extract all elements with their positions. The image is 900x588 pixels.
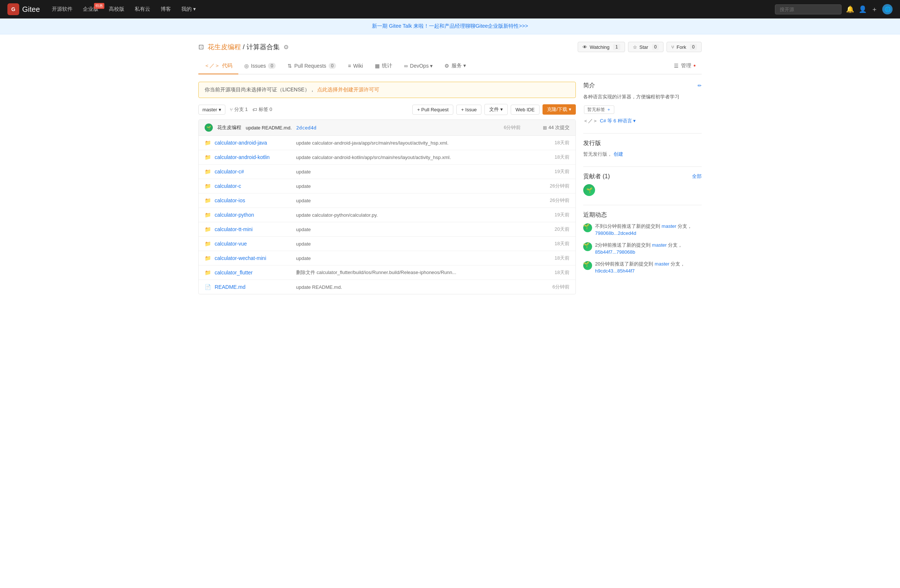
nav-links: 开源软件 企业版 特惠 高校版 私有云 博客 我的 ▾ xyxy=(47,4,775,15)
lang-link[interactable]: C# 等 6 种语言 ▾ xyxy=(600,118,636,124)
repo-header: ⊡ 花生皮编程 / 计算器合集 ⚙ 👁 Watching 1 ☆ Star 0 … xyxy=(199,42,701,52)
contributor-title: 贡献者 (1) xyxy=(583,173,610,181)
tab-code[interactable]: ＜／＞ 代码 xyxy=(199,58,238,74)
file-name-link[interactable]: calculator-tt-mini xyxy=(215,226,289,232)
search-input[interactable] xyxy=(775,5,841,14)
tab-service[interactable]: ⚙ 服务 ▾ xyxy=(439,58,472,74)
file-time: 19天前 xyxy=(540,168,569,175)
commit-hash[interactable]: 2dced4d xyxy=(296,125,317,130)
contributor-all-link[interactable]: 全部 xyxy=(692,173,701,180)
intro-header: 简介 ✏ xyxy=(583,82,701,90)
repo-toolbar: master ▾ ⑂ 分支 1 🏷 标签 0 xyxy=(199,104,576,115)
toolbar-right: + Pull Request + Issue 文件 ▾ Web IDE 克隆/下… xyxy=(412,104,576,115)
web-ide-button[interactable]: Web IDE xyxy=(511,105,540,115)
folder-icon: 📁 xyxy=(205,212,211,218)
divider-3 xyxy=(583,205,701,205)
file-name-link[interactable]: calculator-c# xyxy=(215,169,289,175)
star-button[interactable]: ☆ Star 0 xyxy=(628,42,664,52)
file-name-link[interactable]: calculator_flutter xyxy=(215,269,289,275)
file-commit-message: update xyxy=(289,227,540,232)
nav-link-enterprise[interactable]: 企业版 特惠 xyxy=(78,4,103,15)
file-commit-message: update calculator-android-kotlin/app/src… xyxy=(289,155,540,160)
nav-link-opensource[interactable]: 开源软件 xyxy=(47,4,77,15)
file-commit-message: update README.md. xyxy=(289,285,540,290)
commit-message: update README.md. xyxy=(246,125,292,130)
commit-count-icon: ⊞ xyxy=(543,125,547,130)
folder-icon: 📁 xyxy=(205,169,211,175)
nav-link-university[interactable]: 高校版 xyxy=(104,4,129,15)
divider-2 xyxy=(583,166,701,167)
file-rows: 📁calculator-android-javaupdate calculato… xyxy=(199,136,576,294)
license-link[interactable]: 点此选择并创建开源许可可 xyxy=(317,87,379,93)
repo-name: 计算器合集 xyxy=(247,43,280,51)
tab-wiki[interactable]: ≡ Wiki xyxy=(342,59,369,74)
file-name-link[interactable]: calculator-ios xyxy=(215,198,289,203)
activity-commit-link[interactable]: 798068b...2dced4d xyxy=(595,231,636,236)
tab-issues[interactable]: ◎ Issues 0 xyxy=(238,59,282,74)
clone-button[interactable]: 克隆/下载 ▾ xyxy=(543,104,576,115)
globe-icon[interactable]: 🌐 xyxy=(882,4,892,14)
nav-link-blog[interactable]: 博客 xyxy=(156,4,175,15)
toolbar-left: master ▾ ⑂ 分支 1 🏷 标签 0 xyxy=(199,105,272,115)
devops-tab-icon: ∞ xyxy=(404,63,408,69)
tab-stats[interactable]: ▦ 统计 xyxy=(369,58,398,74)
table-row: 📁calculator_flutter删除文件 calculator_flutt… xyxy=(199,266,576,280)
table-row: 📁calculator-android-kotlinupdate calcula… xyxy=(199,150,576,164)
bell-icon[interactable]: 🔔 xyxy=(846,5,854,13)
file-name-link[interactable]: calculator-wechat-mini xyxy=(215,255,289,261)
list-item: 🌱不到1分钟前推送了新的提交到 master 分支，798068b...2dce… xyxy=(583,223,701,237)
table-row: 📁calculator-android-javaupdate calculato… xyxy=(199,136,576,150)
file-table: 🌱 花生皮编程 update README.md. 2dced4d 6分钟前 ⊞… xyxy=(199,119,576,294)
issue-button[interactable]: + Issue xyxy=(456,105,481,115)
enterprise-badge: 特惠 xyxy=(94,3,104,9)
commit-author-name: 花生皮编程 xyxy=(217,124,241,131)
sidebar-releases: 发行版 暂无发行版， 创建 xyxy=(583,139,701,158)
file-time: 18天前 xyxy=(540,154,569,161)
add-tag-icon[interactable]: ＋ xyxy=(607,107,611,113)
pull-request-button[interactable]: + Pull Request xyxy=(412,105,453,115)
tab-pulls[interactable]: ⇅ Pull Requests 0 xyxy=(282,59,342,74)
plus-icon[interactable]: ＋ xyxy=(871,5,878,14)
activity-branch-link[interactable]: master xyxy=(652,242,667,248)
file-name-link[interactable]: calculator-android-java xyxy=(215,140,289,146)
file-name-link[interactable]: calculator-c xyxy=(215,183,289,189)
license-notice: 你当前开源项目尚未选择许可证（LICENSE）， 点此选择并创建开源许可可 xyxy=(199,82,576,98)
file-name-link[interactable]: README.md xyxy=(215,284,289,290)
file-name-link[interactable]: calculator-python xyxy=(215,212,289,218)
settings-icon[interactable]: ⚙ xyxy=(284,43,289,51)
fork-button[interactable]: ⑂ Fork 0 xyxy=(666,42,701,52)
pulls-tab-icon: ⇅ xyxy=(287,63,292,69)
file-button[interactable]: 文件 ▾ xyxy=(484,104,508,115)
watching-button[interactable]: 👁 Watching 1 xyxy=(578,42,625,52)
table-row: 📁calculator-vueupdate18天前 xyxy=(199,237,576,251)
activity-text: 20分钟前推送了新的提交到 master 分支，h9cdc43...85h44f… xyxy=(595,260,701,275)
activity-avatar: 🌱 xyxy=(583,223,592,232)
activity-branch-link[interactable]: master xyxy=(662,223,677,229)
file-name-link[interactable]: calculator-android-kotlin xyxy=(215,154,289,160)
tab-devops[interactable]: ∞ DevOps ▾ xyxy=(398,59,439,74)
edit-intro-icon[interactable]: ✏ xyxy=(698,83,701,88)
announcement-link[interactable]: 新一期 Gitee Talk 来啦！一起和产品经理聊聊Gitee企业版新特性>>… xyxy=(372,23,528,29)
activity-text: 2分钟前推送了新的提交到 master 分支，85b44f7...798068b xyxy=(595,241,701,256)
user-icon[interactable]: 👤 xyxy=(858,5,867,13)
service-tab-icon: ⚙ xyxy=(444,63,449,69)
contributor-avatar-0[interactable]: 🌱 xyxy=(583,184,595,196)
branch-selector[interactable]: master ▾ xyxy=(199,105,225,115)
activity-commit-link[interactable]: h9cdc43...85h44f7 xyxy=(595,268,635,274)
create-release-link[interactable]: 创建 xyxy=(614,151,623,157)
nav-link-private[interactable]: 私有云 xyxy=(130,4,155,15)
activity-avatar: 🌱 xyxy=(583,261,592,270)
nav-logo[interactable]: G Gitee xyxy=(8,3,40,15)
file-name-link[interactable]: calculator-vue xyxy=(215,241,289,247)
breadcrumb: 花生皮编程 / 计算器合集 xyxy=(208,43,280,51)
nav-link-mine[interactable]: 我的 ▾ xyxy=(177,4,200,15)
repo-tabs: ＜／＞ 代码 ◎ Issues 0 ⇅ Pull Requests 0 ≡ Wi… xyxy=(199,58,701,74)
repo-owner-link[interactable]: 花生皮编程 xyxy=(208,43,241,51)
activity-commit-link[interactable]: 85b44f7...798068b xyxy=(595,249,635,255)
intro-title: 简介 xyxy=(583,82,595,90)
activity-branch-link[interactable]: master xyxy=(655,261,669,267)
table-row: 📄README.mdupdate README.md.6分钟前 xyxy=(199,280,576,294)
divider-1 xyxy=(583,133,701,133)
tab-manage[interactable]: ☰ 管理 • xyxy=(668,58,701,74)
wiki-tab-icon: ≡ xyxy=(348,63,351,69)
